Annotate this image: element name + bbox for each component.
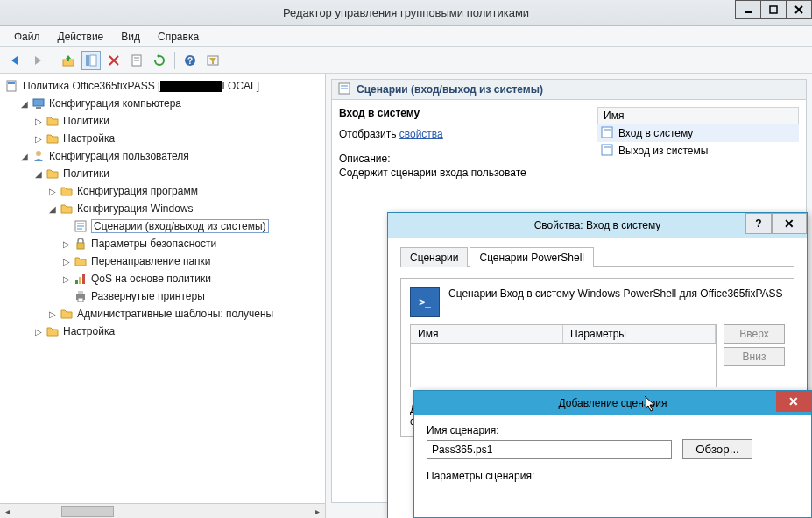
expand-icon[interactable]: ▷ bbox=[47, 309, 58, 319]
browse-button[interactable]: Обзор... bbox=[682, 439, 752, 459]
properties-button[interactable] bbox=[127, 51, 146, 70]
dialog-titlebar[interactable]: Свойства: Вход в систему ? ✕ bbox=[388, 213, 807, 238]
up-button[interactable] bbox=[59, 51, 78, 70]
info-text: Сценарии Вход в систему Windows PowerShe… bbox=[448, 287, 785, 300]
tree-security[interactable]: ▷ Параметры безопасности bbox=[4, 235, 325, 252]
qos-icon bbox=[74, 272, 88, 286]
dialog-close-button[interactable]: ✕ bbox=[776, 391, 811, 412]
collapse-icon[interactable]: ◢ bbox=[47, 203, 58, 214]
menubar: Файл Действие Вид Справка bbox=[0, 26, 812, 47]
dialog-titlebar[interactable]: Добавление сценария ✕ bbox=[414, 391, 811, 415]
tree-policies-user[interactable]: ◢ Политики bbox=[4, 165, 325, 182]
tree-folder-redirect[interactable]: ▷ Перенаправление папки bbox=[4, 252, 325, 270]
lock-icon bbox=[74, 237, 88, 251]
help-button[interactable]: ? bbox=[180, 51, 200, 70]
properties-link[interactable]: свойства bbox=[399, 128, 443, 140]
script-name-input[interactable] bbox=[427, 440, 672, 459]
tree-settings-user[interactable]: ▷ Настройка bbox=[4, 323, 325, 340]
svg-point-19 bbox=[36, 151, 41, 156]
show-properties: Отобразить свойства bbox=[339, 128, 587, 140]
expand-icon[interactable]: ▷ bbox=[33, 326, 44, 337]
tree-qos[interactable]: ▷ QoS на основе политики bbox=[4, 270, 325, 287]
tree-pane[interactable]: Политика Office365fixPASS [LOCAL] ◢ Конф… bbox=[0, 74, 326, 518]
maximize-button[interactable] bbox=[760, 0, 787, 19]
svg-rect-26 bbox=[79, 277, 81, 284]
expand-icon[interactable]: ▷ bbox=[61, 273, 72, 284]
col-name[interactable]: Имя bbox=[411, 325, 563, 343]
folder-icon bbox=[46, 167, 60, 181]
svg-rect-5 bbox=[86, 55, 89, 66]
tree-computer-config[interactable]: ◢ Конфигурация компьютера bbox=[4, 95, 325, 112]
folder-icon bbox=[46, 131, 60, 145]
collapse-icon[interactable]: ◢ bbox=[33, 168, 44, 179]
dialog-help-button[interactable]: ? bbox=[745, 213, 772, 234]
folder-icon bbox=[46, 324, 60, 338]
toolbar: ? bbox=[0, 47, 812, 74]
minimize-button[interactable] bbox=[735, 0, 761, 19]
svg-rect-36 bbox=[602, 145, 612, 155]
folder-icon bbox=[60, 184, 74, 198]
tree-hscrollbar[interactable]: ◂ ▸ bbox=[0, 503, 325, 518]
back-button[interactable] bbox=[5, 51, 25, 70]
script-icon bbox=[74, 219, 88, 233]
collapse-icon[interactable]: ◢ bbox=[19, 98, 30, 109]
scrollbar-thumb[interactable] bbox=[61, 506, 114, 517]
delete-button[interactable] bbox=[104, 51, 124, 70]
script-name-label: Имя сценария: bbox=[427, 424, 799, 436]
refresh-button[interactable] bbox=[150, 51, 169, 70]
svg-rect-16 bbox=[8, 82, 15, 84]
tab-powershell[interactable]: Сценарии PowerShell bbox=[470, 247, 594, 267]
policy-icon bbox=[5, 79, 19, 93]
menu-action[interactable]: Действие bbox=[49, 28, 113, 46]
filter-button[interactable] bbox=[203, 51, 222, 70]
user-icon bbox=[32, 149, 46, 163]
svg-rect-29 bbox=[78, 291, 83, 294]
collapse-icon[interactable]: ◢ bbox=[19, 151, 30, 161]
tree-admin-templates[interactable]: ▷ Административные шаблоны: получены bbox=[4, 305, 325, 323]
description-label: Описание: bbox=[339, 153, 587, 165]
expand-icon[interactable]: ▷ bbox=[47, 186, 58, 196]
script-list[interactable] bbox=[410, 344, 717, 387]
down-button[interactable]: Вниз bbox=[724, 347, 785, 366]
dialog-title: Добавление сценария bbox=[559, 397, 667, 409]
menu-file[interactable]: Файл bbox=[5, 28, 49, 46]
script-icon bbox=[601, 144, 613, 159]
folder-icon bbox=[74, 254, 88, 268]
details-header: Сценарии (вход/выход из системы) bbox=[331, 79, 807, 100]
folder-icon bbox=[60, 202, 74, 216]
details-header-text: Сценарии (вход/выход из системы) bbox=[357, 83, 543, 96]
tree-scripts[interactable]: Сценарии (вход/выход из системы) bbox=[4, 217, 325, 235]
dialog-title: Свойства: Вход в систему bbox=[534, 219, 661, 231]
tab-scripts[interactable]: Сценарии bbox=[400, 247, 468, 267]
tree-root[interactable]: Политика Office365fixPASS [LOCAL] bbox=[4, 77, 325, 95]
tree-user-config[interactable]: ◢ Конфигурация пользователя bbox=[4, 147, 325, 165]
menu-view[interactable]: Вид bbox=[112, 28, 149, 46]
expand-icon[interactable]: ▷ bbox=[33, 116, 44, 126]
up-button[interactable]: Вверх bbox=[724, 324, 785, 344]
dialog-close-button[interactable]: ✕ bbox=[772, 213, 807, 234]
col-params[interactable]: Параметры bbox=[563, 325, 716, 343]
close-button[interactable] bbox=[786, 0, 812, 19]
menu-help[interactable]: Справка bbox=[149, 28, 208, 46]
expand-icon[interactable]: ▷ bbox=[61, 238, 72, 249]
list-item-login[interactable]: Вход в систему bbox=[597, 124, 799, 142]
tree-policies-comp[interactable]: ▷ Политики bbox=[4, 112, 325, 130]
expand-icon[interactable]: ▷ bbox=[61, 256, 72, 266]
list-item-logout[interactable]: Выход из системы bbox=[597, 142, 799, 160]
svg-text:?: ? bbox=[187, 56, 193, 66]
powershell-icon: >_ bbox=[410, 287, 440, 317]
forward-button[interactable] bbox=[28, 51, 47, 70]
show-tree-button[interactable] bbox=[81, 51, 101, 70]
tree-printers[interactable]: Развернутые принтеры bbox=[4, 287, 325, 305]
expand-icon[interactable]: ▷ bbox=[33, 133, 44, 144]
svg-rect-30 bbox=[78, 298, 83, 302]
tree-settings-comp[interactable]: ▷ Настройка bbox=[4, 130, 325, 147]
folder-icon bbox=[46, 114, 60, 128]
add-script-dialog: Добавление сценария ✕ Имя сценария: Обзо… bbox=[413, 390, 812, 518]
svg-rect-17 bbox=[33, 99, 44, 106]
tree-win-config[interactable]: ◢ Конфигурация Windows bbox=[4, 200, 325, 217]
script-params-label: Параметры сценария: bbox=[427, 470, 799, 482]
tree-prog-config[interactable]: ▷ Конфигурация программ bbox=[4, 182, 325, 200]
name-column-header[interactable]: Имя bbox=[597, 107, 799, 124]
script-icon bbox=[337, 82, 351, 98]
